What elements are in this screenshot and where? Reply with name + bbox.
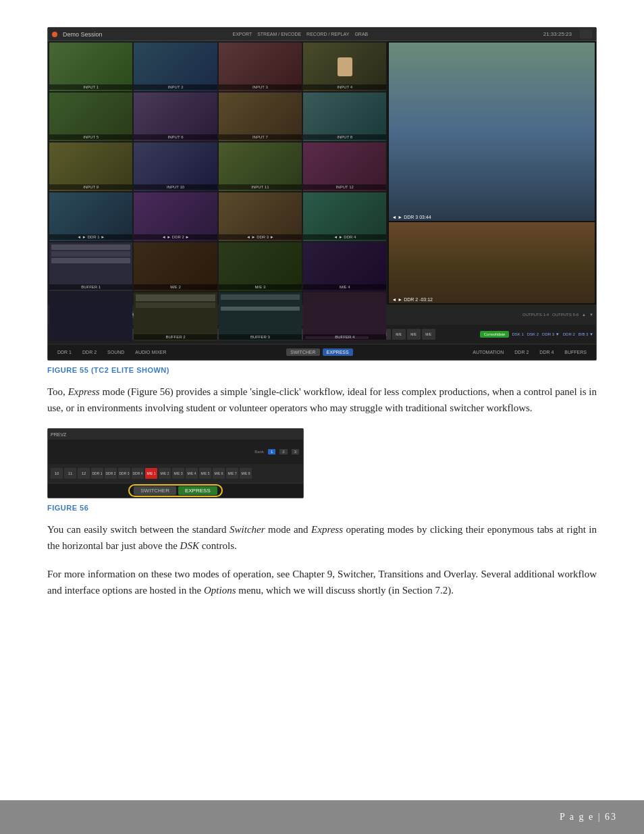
- fig56-tab-bar: SWITCHER EXPRESS: [48, 483, 303, 498]
- figure-55-screenshot: Demo Session EXPORT STREAM / ENCODE RECO…: [47, 27, 597, 361]
- fig56-btn-mx2: M/E 2: [159, 468, 171, 479]
- fig55-prev-sub-thumb: ◄ ► DDR 2 -03:12: [389, 222, 595, 303]
- figure-56-caption: FIGURE 56: [47, 504, 597, 512]
- page-footer: P a g e | 63: [0, 800, 644, 834]
- fig55-time: 21:33:25:23: [543, 31, 572, 37]
- fig56-tab-express: EXPRESS: [178, 486, 217, 495]
- fig55-mx-7: M/E: [407, 329, 421, 340]
- fig55-tab-ddr2-r: DDR 2: [510, 348, 533, 356]
- fig55-prev-main-thumb: ◄ ► DDR 3 03:44: [389, 43, 595, 221]
- fig55-thumb-input1: INPUT 1: [49, 43, 132, 91]
- body-paragraph2: You can easily switch between the standa…: [47, 521, 597, 554]
- fig55-outputs-label: OUTPUTS 1-4 OUTPUTS 5-6 ▲ ▼: [522, 313, 593, 317]
- fig55-close-dot: [52, 32, 57, 37]
- fig56-btn-mx8: M/E 8: [240, 468, 252, 479]
- fig55-thumb-input12: INPUT 12: [303, 142, 386, 191]
- fig56-btn-10: 10: [51, 468, 63, 479]
- fig56-btn-mx6: M/E 6: [213, 468, 225, 479]
- fig55-thumb-input7: INPUT 7: [219, 93, 302, 141]
- fig56-btn-mx1-active: M/E 1: [145, 468, 157, 479]
- fig56-btn-11: 11: [64, 468, 76, 479]
- fig56-tab-switcher: SWITCHER: [134, 486, 176, 495]
- fig55-preview-area: ◄ ► DDR 3 03:44 ◄ ► DDR 2 -03:12: [387, 41, 596, 305]
- fig55-export: EXPORT: [233, 32, 252, 36]
- fig56-bank-btn1: 1: [268, 449, 275, 454]
- fig55-monitor-icon: [580, 30, 592, 38]
- fig55-record: RECORD / REPLAY: [306, 32, 349, 36]
- fig55-mx-6: M/E: [392, 329, 406, 340]
- fig56-bank-row: Bank 1 2 3: [48, 440, 303, 464]
- fig55-tab-ddr1: DDR 1: [53, 348, 76, 356]
- fig55-thumb-buf2: BUFFER 2: [134, 292, 217, 341]
- fig55-thumb-input6: INPUT 6: [134, 93, 217, 141]
- page-content: Demo Session EXPORT STREAM / ENCODE RECO…: [0, 0, 644, 664]
- fig56-button-row: 10 11 12 DDR 1 DDR 2 DDR 3 DDR 4 M/E 1 M…: [48, 464, 303, 483]
- body-paragraph3: For more information on these two modes …: [47, 566, 597, 598]
- fig55-thumb-input10: INPUT 10: [134, 142, 217, 191]
- fig55-dsk-label: DSK 1 DSK 2 DDR 3 ▼ DDR 2 B/B 3 ▼: [512, 332, 593, 336]
- fig55-ddr2-label: ◄ ► DDR 2 -03:12: [392, 297, 433, 302]
- fig55-thumb-buf1: BUFFER 1: [49, 242, 132, 291]
- fig55-thumb-mx4: M/E 4: [303, 242, 386, 291]
- fig55-thumb-mx2: M/E 2: [134, 242, 217, 291]
- fig56-btn-mx5: M/E 5: [199, 468, 211, 479]
- fig56-tab-highlight-border: SWITCHER EXPRESS: [128, 484, 222, 497]
- fig55-thumb-input3: INPUT 3: [219, 43, 302, 91]
- fig56-bank-label: Bank: [254, 450, 264, 454]
- fig56-bank-btn3: 3: [292, 449, 299, 454]
- fig55-thumb-mx3: M/E 3: [219, 242, 302, 291]
- fig56-tab-highlight: SWITCHER EXPRESS: [128, 484, 222, 497]
- fig55-thumb-buf4: BUFFER 4: [303, 292, 386, 341]
- fig55-thumb-input11: INPUT 11: [219, 142, 302, 191]
- fig55-tab-switcher: SWITCHER: [286, 348, 319, 356]
- fig55-session-title: Demo Session: [63, 31, 227, 38]
- fig56-btn-ddr4: DDR 4: [132, 468, 144, 479]
- fig55-thumb-ddr2: ◄ ► DDR 2 ►: [134, 192, 217, 241]
- fig55-thumb-ddr1: ◄ ► DDR 1 ►: [49, 192, 132, 241]
- fig55-tab-bar: DDR 1 DDR 2 SOUND AUDIO MIXER SWITCHER E…: [48, 344, 596, 360]
- fig55-thumb-input8: INPUT 8: [303, 93, 386, 141]
- fig55-tab-audio: AUDIO MIXER: [131, 348, 170, 356]
- fig55-thumb-buf3: BUFFER 3: [219, 292, 302, 341]
- fig55-main-area: INPUT 1 INPUT 2 INPUT 3 INPUT 4: [48, 41, 596, 305]
- fig55-thumb-input4: INPUT 4: [303, 43, 386, 91]
- fig56-btn-mx7: M/E 7: [226, 468, 238, 479]
- fig55-thumb-input2: INPUT 2: [134, 43, 217, 91]
- body-paragraph1: Too, Express mode (Figure 56) provides a…: [47, 384, 597, 416]
- fig55-thumb-input9: INPUT 9: [49, 142, 132, 191]
- fig55-thumbnail-grid: INPUT 1 INPUT 2 INPUT 3 INPUT 4: [48, 41, 387, 305]
- fig55-thumb-input5: INPUT 5: [49, 93, 132, 141]
- fig56-btn-12: 12: [78, 468, 90, 479]
- fig55-mx-8: M/E: [422, 329, 435, 340]
- fig55-grab: GRAB: [354, 32, 368, 36]
- fig56-bank-btn2: 2: [279, 449, 287, 454]
- figure-55-caption: FIGURE 55 (TC2 ELITE SHOWN): [47, 366, 597, 374]
- fig56-topbar: PREVZ: [48, 429, 303, 440]
- fig55-topbar: Demo Session EXPORT STREAM / ENCODE RECO…: [48, 28, 596, 41]
- fig55-tab-express: EXPRESS: [323, 348, 353, 356]
- fig56-btn-mx3: M/E 3: [172, 468, 184, 479]
- fig55-thumb-ddr3: ◄ ► DDR 3 ►: [219, 192, 302, 241]
- fig55-spacer1: [49, 292, 132, 341]
- fig55-tab-ddr2: DDR 2: [78, 348, 101, 356]
- fig56-title: PREVZ: [51, 432, 66, 437]
- page-number: P a g e | 63: [560, 812, 617, 823]
- fig55-tab-automation: AUTOMATION: [468, 348, 508, 356]
- fig55-consolidate-btn: Consolidate: [480, 331, 510, 338]
- figure-56-screenshot: PREVZ Bank 1 2 3 10 11 12 DDR 1 DDR 2 DD…: [47, 428, 304, 498]
- fig56-btn-ddr1: DDR 1: [91, 468, 103, 479]
- fig56-btn-ddr3: DDR 3: [118, 468, 130, 479]
- fig55-tab-sound: SOUND: [103, 348, 128, 356]
- fig55-tab-buffers: BUFFERS: [560, 348, 591, 356]
- fig55-ddr3-label: ◄ ► DDR 3 03:44: [392, 215, 431, 219]
- fig55-stream: STREAM / ENCODE: [257, 32, 301, 36]
- fig56-btn-mx4: M/E 4: [186, 468, 198, 479]
- fig55-thumb-ddr4: ◄ ► DDR 4: [303, 192, 386, 241]
- fig56-btn-ddr2: DDR 2: [105, 468, 117, 479]
- fig55-tab-ddr4: DDR 4: [535, 348, 558, 356]
